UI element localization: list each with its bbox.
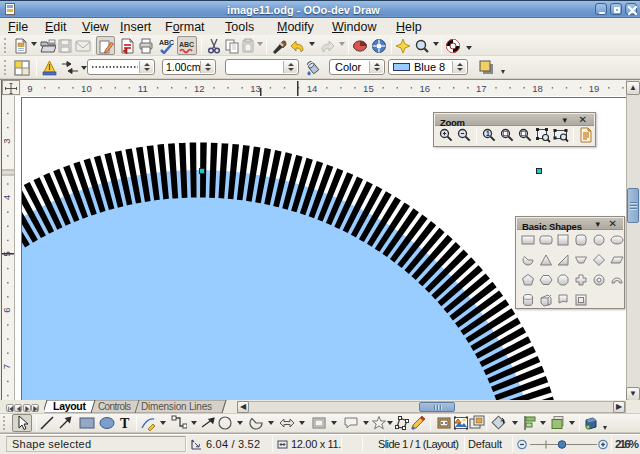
- svg-text:4: 4: [2, 195, 12, 200]
- svg-text:6: 6: [2, 308, 12, 313]
- svg-text:1: 1: [486, 129, 490, 138]
- svg-text:14: 14: [307, 83, 318, 94]
- svg-text:12: 12: [194, 83, 205, 94]
- svg-text:Controls: Controls: [98, 401, 131, 412]
- svg-text:7: 7: [2, 364, 12, 369]
- svg-text:Default: Default: [468, 438, 502, 450]
- svg-text:3: 3: [2, 138, 12, 143]
- svg-text:Dimension Lines: Dimension Lines: [141, 401, 212, 412]
- svg-text:Basic Shapes: Basic Shapes: [522, 221, 582, 232]
- svg-text:Shape selected: Shape selected: [12, 438, 91, 450]
- svg-text:17: 17: [476, 83, 487, 94]
- svg-text:Slide 1 / 1 (Layout): Slide 1 / 1 (Layout): [378, 438, 459, 450]
- svg-text:T: T: [120, 416, 130, 431]
- svg-text:18: 18: [532, 83, 543, 94]
- svg-text:ABC: ABC: [159, 39, 174, 46]
- svg-text:Layout: Layout: [53, 400, 87, 412]
- svg-text:11: 11: [138, 83, 148, 94]
- svg-text:10: 10: [81, 83, 92, 94]
- svg-text:19: 19: [589, 83, 600, 94]
- svg-text:12.00 x 11.51: 12.00 x 11.51: [291, 438, 341, 450]
- svg-text:Zoom: Zoom: [440, 117, 465, 128]
- svg-text:9: 9: [27, 83, 32, 94]
- svg-text:ABC: ABC: [179, 41, 194, 48]
- svg-text:15: 15: [363, 83, 374, 94]
- svg-text:6.04 / 3.52: 6.04 / 3.52: [206, 438, 260, 450]
- svg-text:13: 13: [250, 83, 261, 94]
- svg-text:216%: 216%: [615, 438, 639, 450]
- svg-text:16: 16: [420, 83, 431, 94]
